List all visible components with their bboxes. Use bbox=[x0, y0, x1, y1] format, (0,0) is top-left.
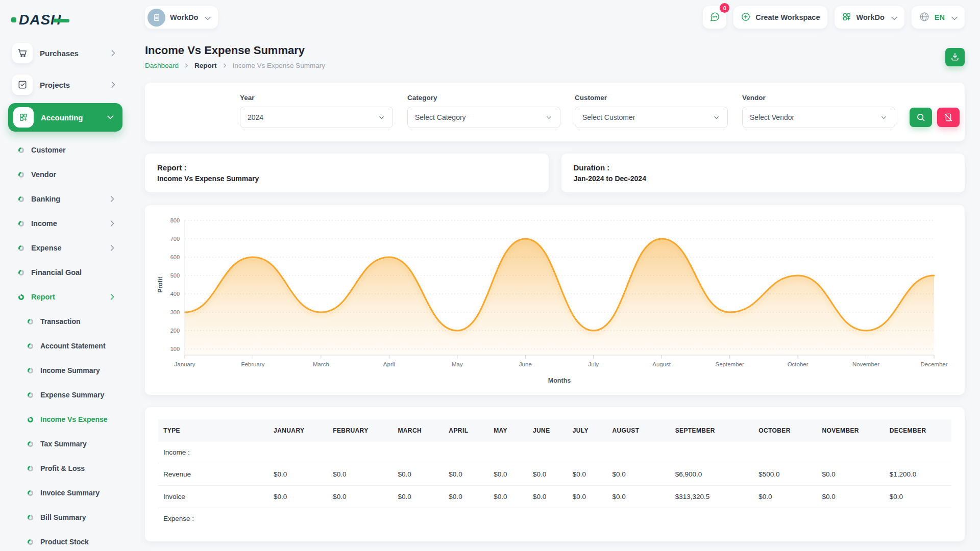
sidebar-item-label: Income bbox=[31, 219, 57, 228]
cell-value: $0.0 bbox=[528, 463, 568, 486]
breadcrumb-report[interactable]: Report bbox=[194, 62, 217, 69]
column-header-april: APRIL bbox=[444, 419, 488, 442]
checksq-icon-box bbox=[12, 74, 33, 95]
plus-circle-icon bbox=[741, 12, 751, 23]
sidebar-item-customer[interactable]: Customer bbox=[3, 138, 128, 162]
group-label: Expense : bbox=[158, 508, 268, 530]
sidebar-item-income-vs-expense[interactable]: Income Vs Expense bbox=[3, 407, 128, 432]
cell-value: $0.0 bbox=[488, 463, 528, 486]
sidebar-item-tax-summary[interactable]: Tax Summary bbox=[3, 432, 128, 456]
chevron-down-icon bbox=[889, 13, 899, 23]
duration-info-value: Jan-2024 to Dec-2024 bbox=[574, 174, 953, 183]
messages-button[interactable]: 0 bbox=[703, 6, 726, 29]
chevron-right-icon bbox=[107, 292, 117, 302]
globe-icon bbox=[919, 11, 930, 22]
table-group-row-expense: Expense : bbox=[158, 508, 951, 530]
profit-area-chart: 100200300400500600700800JanuaryFebruaryM… bbox=[154, 212, 955, 392]
workspace-name: WorkDo bbox=[170, 13, 198, 21]
chat-icon bbox=[709, 11, 720, 22]
sidebar-item-income[interactable]: Income bbox=[3, 211, 128, 236]
cell-value: $0.0 bbox=[607, 463, 670, 486]
page-header: Income Vs Expense Summary DashboardRepor… bbox=[145, 44, 965, 69]
sidebar-item-transaction[interactable]: Transaction bbox=[3, 309, 128, 334]
grid-plus-icon-box bbox=[13, 107, 34, 128]
language-dropdown[interactable]: EN bbox=[912, 6, 965, 29]
cell-value: $1,200.0 bbox=[885, 463, 951, 486]
sidebar-item-report[interactable]: Report bbox=[3, 285, 128, 309]
download-report-button[interactable] bbox=[945, 48, 965, 66]
chevron-right-icon bbox=[107, 194, 117, 204]
svg-text:April: April bbox=[383, 361, 395, 367]
vendor-select[interactable]: Select Vendor bbox=[742, 107, 895, 128]
breadcrumb-dashboard[interactable]: Dashboard bbox=[145, 62, 179, 69]
selected-value: Select Category bbox=[415, 113, 466, 121]
category-select[interactable]: Select Category bbox=[407, 107, 560, 128]
cell-value: $0.0 bbox=[528, 486, 568, 508]
sidebar-item-product-stock[interactable]: Product Stock bbox=[3, 530, 128, 551]
chevron-down-icon bbox=[105, 112, 115, 122]
svg-text:December: December bbox=[920, 361, 947, 367]
row-type: Revenue bbox=[158, 463, 268, 486]
column-header-august: AUGUST bbox=[607, 419, 670, 442]
bullet-icon bbox=[28, 539, 33, 545]
sidebar-item-accounting[interactable]: Accounting bbox=[8, 103, 122, 132]
sidebar-item-label: Report bbox=[31, 293, 55, 301]
sidebar-item-label: Expense Summary bbox=[40, 391, 104, 399]
svg-text:May: May bbox=[452, 361, 463, 367]
sidebar-item-purchases[interactable]: Purchases bbox=[6, 40, 125, 66]
selected-value: 2024 bbox=[248, 113, 263, 121]
sidebar-item-label: Vendor bbox=[31, 170, 56, 179]
sidebar-item-label: Invoice Summary bbox=[40, 489, 100, 497]
reset-filter-button[interactable] bbox=[937, 108, 960, 127]
bullet-icon bbox=[18, 147, 24, 153]
sidebar-item-label: Expense bbox=[31, 244, 62, 252]
topbar: WorkDo 0 Create Workspace WorkDo bbox=[131, 0, 980, 30]
svg-text:500: 500 bbox=[170, 272, 180, 279]
svg-text:100: 100 bbox=[170, 346, 180, 352]
cell-value: $0.0 bbox=[393, 463, 444, 486]
search-icon bbox=[916, 112, 926, 122]
svg-text:March: March bbox=[313, 361, 329, 367]
sidebar-item-profit-loss[interactable]: Profit & Loss bbox=[3, 456, 128, 481]
svg-text:800: 800 bbox=[170, 217, 180, 223]
column-header-type: TYPE bbox=[158, 419, 268, 442]
filter-label: Category bbox=[407, 94, 560, 102]
apply-filter-button[interactable] bbox=[910, 108, 932, 127]
sidebar-item-banking[interactable]: Banking bbox=[3, 187, 128, 211]
customer-select[interactable]: Select Customer bbox=[575, 107, 728, 128]
sidebar-item-label: Profit & Loss bbox=[40, 464, 85, 472]
bullet-icon bbox=[28, 343, 33, 349]
sidebar-item-invoice-summary[interactable]: Invoice Summary bbox=[3, 481, 128, 505]
bullet-icon bbox=[18, 221, 24, 227]
cart-icon bbox=[17, 48, 28, 58]
sidebar-item-label: Purchases bbox=[40, 49, 101, 58]
year-select[interactable]: 2024 bbox=[240, 107, 393, 128]
sidebar-item-bill-summary[interactable]: Bill Summary bbox=[3, 505, 128, 530]
sidebar-item-income-summary[interactable]: Income Summary bbox=[3, 358, 128, 383]
column-header-february: FEBRUARY bbox=[328, 419, 393, 442]
cart-icon-box bbox=[12, 43, 33, 63]
sidebar-item-vendor[interactable]: Vendor bbox=[3, 162, 128, 187]
breadcrumb-income-vs-expense-summary: Income Vs Expense Summary bbox=[233, 62, 326, 69]
sidebar-item-account-statement[interactable]: Account Statement bbox=[3, 334, 128, 358]
chevron-down-icon bbox=[889, 13, 897, 21]
brand-logo[interactable]: DASH bbox=[0, 5, 131, 35]
sidebar-item-projects[interactable]: Projects bbox=[6, 71, 125, 98]
sidebar-item-financial-goal[interactable]: Financial Goal bbox=[3, 260, 128, 285]
sidebar-item-label: Accounting bbox=[41, 113, 98, 122]
sidebar-item-expense-summary[interactable]: Expense Summary bbox=[3, 383, 128, 407]
svg-text:August: August bbox=[652, 361, 671, 367]
cell-value: $0.0 bbox=[885, 486, 951, 508]
cell-value: $0.0 bbox=[393, 486, 444, 508]
bullet-icon bbox=[28, 368, 33, 373]
column-header-june: JUNE bbox=[528, 419, 568, 442]
download-icon bbox=[950, 52, 960, 62]
sidebar-menu: PurchasesProjectsAccountingCustomerVendo… bbox=[0, 35, 131, 551]
svg-text:November: November bbox=[852, 361, 879, 367]
cell-value: $0.0 bbox=[444, 486, 488, 508]
create-workspace-button[interactable]: Create Workspace bbox=[733, 6, 827, 29]
grid-plus-icon bbox=[18, 112, 29, 122]
apps-dropdown[interactable]: WorkDo bbox=[835, 6, 904, 29]
workspace-switcher[interactable]: WorkDo bbox=[145, 6, 218, 29]
sidebar-item-expense[interactable]: Expense bbox=[3, 236, 128, 260]
